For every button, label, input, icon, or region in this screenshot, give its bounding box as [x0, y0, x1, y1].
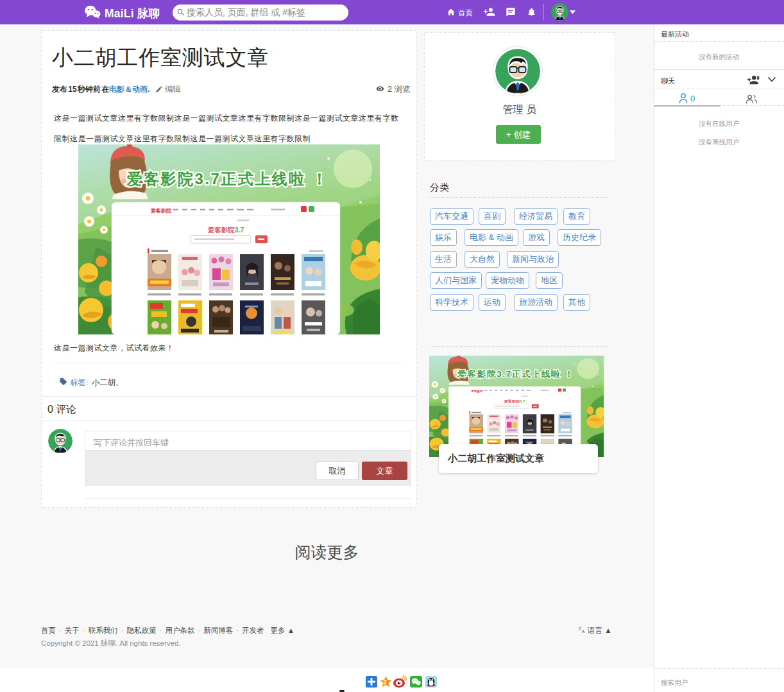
svg-text:文: 文: [578, 627, 582, 631]
svg-text:Z: Z: [384, 679, 387, 686]
svg-text:A: A: [582, 630, 585, 634]
